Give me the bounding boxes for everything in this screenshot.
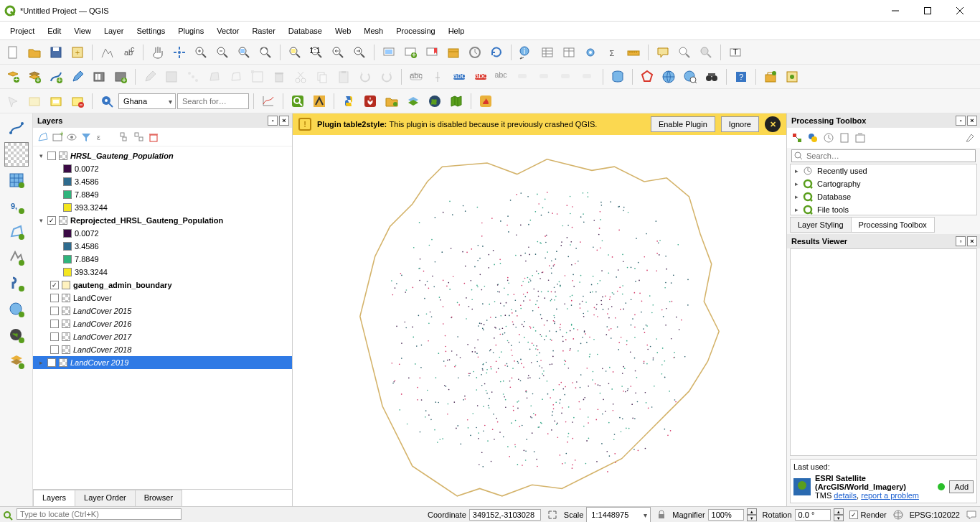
zoom-selection-button[interactable] xyxy=(285,42,305,62)
add-virtual-icon[interactable] xyxy=(4,246,29,270)
map-tips-button[interactable] xyxy=(653,42,673,62)
undock-icon[interactable]: ▫ xyxy=(956,236,966,246)
zoom-layer-button[interactable]: 1:1 xyxy=(306,42,326,62)
scale-dropdown[interactable]: 1:1448975 xyxy=(586,507,651,523)
fire-plugin-button[interactable] xyxy=(360,91,380,111)
layers-tab-browser[interactable]: Browser xyxy=(135,490,182,506)
pan-button[interactable] xyxy=(148,42,168,62)
layer-checkbox[interactable] xyxy=(50,294,59,302)
globe-plugin-button[interactable] xyxy=(425,91,445,111)
label-highlight-blue-button[interactable]: abc xyxy=(449,67,469,87)
layers-expression-icon[interactable]: ε xyxy=(95,131,106,143)
style-manager-button[interactable] xyxy=(97,42,117,62)
layer-label[interactable]: gauteng_admin_boundary xyxy=(73,281,172,289)
layer-checkbox[interactable] xyxy=(50,345,59,354)
menu-edit[interactable]: Edit xyxy=(42,24,67,37)
paste-button[interactable] xyxy=(334,67,354,87)
python-icon[interactable] xyxy=(807,132,819,144)
toggle-editing-button[interactable] xyxy=(67,67,88,87)
save-project-button[interactable] xyxy=(46,42,66,62)
add-vector-icon[interactable] xyxy=(4,116,29,141)
toolbox-button[interactable] xyxy=(580,42,600,62)
deselect-all-button[interactable] xyxy=(696,42,716,62)
location-search-input[interactable] xyxy=(177,93,249,109)
layer-row[interactable]: LandCover 2017 xyxy=(33,330,292,343)
add-raster-layer-button[interactable]: + xyxy=(24,67,44,87)
label-abc-button[interactable]: abc xyxy=(406,67,426,87)
label-move-button[interactable]: abc xyxy=(492,67,512,87)
menu-vector[interactable]: Vector xyxy=(211,24,245,37)
layer-row[interactable]: ✓gauteng_admin_boundary xyxy=(33,279,292,292)
layer-row[interactable]: LandCover xyxy=(33,292,292,304)
render-checkbox[interactable]: ✓ xyxy=(849,511,858,519)
text-annotation-button[interactable]: T xyxy=(725,42,745,62)
measure-button[interactable] xyxy=(623,42,644,62)
results-icon[interactable] xyxy=(839,132,850,144)
expand-toggle[interactable]: ▸ xyxy=(37,359,44,366)
layer-checkbox[interactable] xyxy=(47,152,56,160)
processing-tree[interactable]: ▸Recently used▸Cartography▸Database▸File… xyxy=(790,164,977,215)
save-edits-button[interactable]: + xyxy=(110,67,131,87)
layer-checkbox[interactable] xyxy=(50,320,59,328)
close-banner-icon[interactable]: ✕ xyxy=(765,116,781,132)
plot-button[interactable] xyxy=(258,91,278,111)
copy-button[interactable] xyxy=(312,67,332,87)
processing-group[interactable]: ▸Cartography xyxy=(791,177,976,190)
label-show-button[interactable] xyxy=(578,67,598,87)
deselect-button[interactable] xyxy=(67,91,88,111)
edit-script-icon[interactable] xyxy=(854,132,866,144)
layer-label[interactable]: LandCover 2015 xyxy=(73,307,131,315)
srs-plugin-button[interactable] xyxy=(476,91,496,111)
zoom-in-button[interactable] xyxy=(191,42,211,62)
new-project-button[interactable] xyxy=(3,42,23,62)
osm-tools-button[interactable] xyxy=(309,91,329,111)
history-icon[interactable] xyxy=(823,132,834,144)
python-console-button[interactable] xyxy=(339,91,359,111)
osm-search-button[interactable] xyxy=(288,91,308,111)
layers-tab-layer-order[interactable]: Layer Order xyxy=(75,490,136,506)
layers-tab-layers[interactable]: Layers xyxy=(33,490,75,506)
add-delimited-text-icon[interactable]: 9, xyxy=(4,194,29,218)
layer-label[interactable]: HRSL_Gauteng_Population xyxy=(70,152,174,160)
menu-view[interactable]: View xyxy=(68,24,97,37)
layer-checkbox[interactable]: ✓ xyxy=(50,281,59,289)
undock-icon[interactable]: ▫ xyxy=(268,116,278,126)
report-link[interactable]: report a problem xyxy=(861,491,919,500)
label-hide-button[interactable] xyxy=(557,67,577,87)
save-layer-edits-button[interactable] xyxy=(161,67,182,87)
maximize-button[interactable] xyxy=(911,0,943,21)
refresh-button[interactable] xyxy=(465,42,485,62)
layer-label[interactable]: LandCover 2016 xyxy=(73,320,131,328)
processing-tab-processing-toolbox[interactable]: Processing Toolbox xyxy=(851,217,935,233)
open-attribute-table-button[interactable] xyxy=(537,42,557,62)
processing-group[interactable]: ▸Recently used xyxy=(791,164,976,177)
plugin-toolbox-button[interactable] xyxy=(760,67,781,87)
new-print-layout-button[interactable]: + xyxy=(67,42,88,62)
menu-plugins[interactable]: Plugins xyxy=(172,24,209,37)
model-icon[interactable] xyxy=(791,132,803,144)
open-project-button[interactable] xyxy=(24,42,44,62)
ignore-plugin-button[interactable]: Ignore xyxy=(721,116,759,132)
close-button[interactable] xyxy=(943,0,976,21)
layer-row[interactable]: ▸LandCover 2019 xyxy=(33,356,292,369)
close-panel-icon[interactable]: × xyxy=(279,116,289,126)
layer-label[interactable]: LandCover 2017 xyxy=(73,332,131,341)
layer-label[interactable]: LandCover xyxy=(73,294,112,302)
options-icon[interactable] xyxy=(964,132,976,144)
close-panel-icon[interactable]: × xyxy=(967,116,977,126)
folder-plugin-button[interactable] xyxy=(382,91,402,111)
menu-project[interactable]: Project xyxy=(4,24,40,37)
layers-styling-icon[interactable] xyxy=(37,131,49,143)
processing-search-input[interactable] xyxy=(791,149,976,162)
vertex-tool-button[interactable] xyxy=(248,67,268,87)
layer-checkbox[interactable]: ✓ xyxy=(47,216,56,225)
add-postgis-icon[interactable] xyxy=(4,271,29,296)
identify-button[interactable]: i xyxy=(516,42,536,62)
menu-raster[interactable]: Raster xyxy=(246,24,281,37)
rotation-input[interactable] xyxy=(795,509,831,521)
add-layer-button[interactable]: Add xyxy=(949,480,974,493)
show-bookmarks-button[interactable] xyxy=(422,42,442,62)
close-panel-icon[interactable]: × xyxy=(967,236,977,246)
cut-button[interactable] xyxy=(291,67,311,87)
layer-checkbox[interactable] xyxy=(50,332,59,341)
